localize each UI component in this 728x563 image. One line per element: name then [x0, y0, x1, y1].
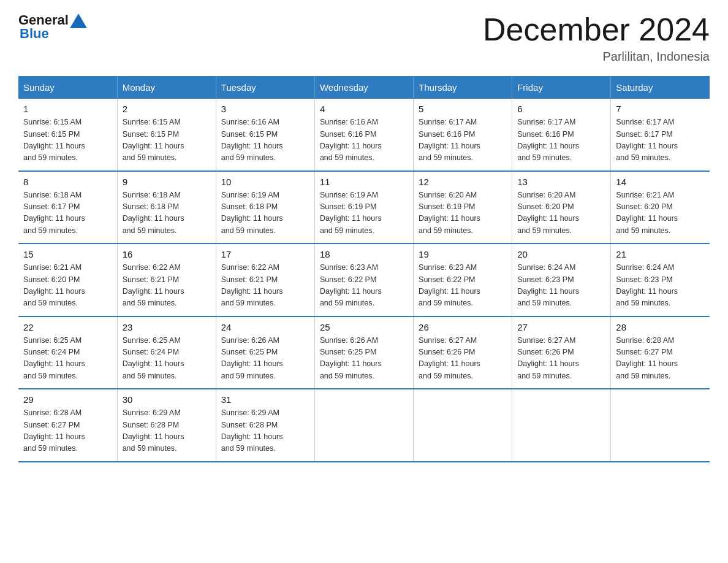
- day-info: Sunrise: 6:26 AMSunset: 6:25 PMDaylight:…: [320, 335, 408, 383]
- day-cell-21: 21Sunrise: 6:24 AMSunset: 6:23 PMDayligh…: [611, 243, 710, 316]
- day-cell-18: 18Sunrise: 6:23 AMSunset: 6:22 PMDayligh…: [314, 243, 413, 316]
- day-number: 8: [23, 177, 112, 187]
- weekday-header-friday: Friday: [512, 76, 611, 99]
- day-number: 19: [419, 249, 507, 259]
- day-number: 27: [517, 322, 605, 332]
- day-number: 6: [517, 104, 605, 114]
- day-cell-23: 23Sunrise: 6:25 AMSunset: 6:24 PMDayligh…: [117, 316, 216, 389]
- day-number: 23: [123, 322, 211, 332]
- day-cell-31: 31Sunrise: 6:29 AMSunset: 6:28 PMDayligh…: [216, 389, 314, 462]
- weekday-header-wednesday: Wednesday: [314, 76, 413, 99]
- day-number: 16: [123, 249, 211, 259]
- day-cell-8: 8Sunrise: 6:18 AMSunset: 6:17 PMDaylight…: [18, 171, 117, 244]
- day-number: 1: [23, 104, 112, 114]
- day-cell-14: 14Sunrise: 6:21 AMSunset: 6:20 PMDayligh…: [611, 171, 710, 244]
- day-info: Sunrise: 6:20 AMSunset: 6:20 PMDaylight:…: [517, 190, 605, 237]
- day-number: 11: [320, 177, 408, 187]
- month-title: December 2024: [483, 12, 710, 47]
- day-number: 2: [123, 104, 211, 114]
- day-cell-20: 20Sunrise: 6:24 AMSunset: 6:23 PMDayligh…: [512, 243, 611, 316]
- day-info: Sunrise: 6:20 AMSunset: 6:19 PMDaylight:…: [419, 190, 507, 237]
- day-cell-19: 19Sunrise: 6:23 AMSunset: 6:22 PMDayligh…: [414, 243, 512, 316]
- day-info: Sunrise: 6:16 AMSunset: 6:15 PMDaylight:…: [221, 117, 309, 164]
- day-cell-11: 11Sunrise: 6:19 AMSunset: 6:19 PMDayligh…: [314, 171, 413, 244]
- day-info: Sunrise: 6:27 AMSunset: 6:26 PMDaylight:…: [517, 335, 605, 383]
- day-info: Sunrise: 6:18 AMSunset: 6:18 PMDaylight:…: [123, 190, 211, 237]
- day-number: 31: [221, 394, 309, 405]
- day-cell-3: 3Sunrise: 6:16 AMSunset: 6:15 PMDaylight…: [216, 99, 314, 171]
- week-row-4: 22Sunrise: 6:25 AMSunset: 6:24 PMDayligh…: [18, 316, 710, 389]
- weekday-header-monday: Monday: [117, 76, 216, 99]
- title-block: December 2024 Parlilitan, Indonesia: [483, 12, 710, 64]
- day-cell-10: 10Sunrise: 6:19 AMSunset: 6:18 PMDayligh…: [216, 171, 314, 244]
- day-number: 30: [123, 394, 211, 405]
- calendar-table: SundayMondayTuesdayWednesdayThursdayFrid…: [18, 76, 710, 462]
- day-info: Sunrise: 6:27 AMSunset: 6:26 PMDaylight:…: [419, 335, 507, 383]
- empty-cell: [314, 389, 413, 462]
- day-info: Sunrise: 6:16 AMSunset: 6:16 PMDaylight:…: [320, 117, 408, 164]
- day-number: 7: [616, 104, 705, 114]
- day-number: 15: [23, 249, 112, 259]
- location-subtitle: Parlilitan, Indonesia: [483, 50, 710, 64]
- day-cell-13: 13Sunrise: 6:20 AMSunset: 6:20 PMDayligh…: [512, 171, 611, 244]
- day-number: 18: [320, 249, 408, 259]
- day-number: 4: [320, 104, 408, 114]
- weekday-header-tuesday: Tuesday: [216, 76, 314, 99]
- day-info: Sunrise: 6:17 AMSunset: 6:16 PMDaylight:…: [517, 117, 605, 164]
- day-info: Sunrise: 6:28 AMSunset: 6:27 PMDaylight:…: [616, 335, 705, 383]
- day-info: Sunrise: 6:21 AMSunset: 6:20 PMDaylight:…: [616, 190, 705, 237]
- day-cell-24: 24Sunrise: 6:26 AMSunset: 6:25 PMDayligh…: [216, 316, 314, 389]
- day-info: Sunrise: 6:29 AMSunset: 6:28 PMDaylight:…: [123, 407, 211, 455]
- day-info: Sunrise: 6:18 AMSunset: 6:17 PMDaylight:…: [23, 190, 112, 237]
- day-info: Sunrise: 6:19 AMSunset: 6:19 PMDaylight:…: [320, 190, 408, 237]
- day-number: 22: [23, 322, 112, 332]
- logo: General Blue: [18, 12, 87, 42]
- day-cell-12: 12Sunrise: 6:20 AMSunset: 6:19 PMDayligh…: [414, 171, 512, 244]
- day-info: Sunrise: 6:28 AMSunset: 6:27 PMDaylight:…: [23, 407, 112, 455]
- day-info: Sunrise: 6:15 AMSunset: 6:15 PMDaylight:…: [123, 117, 211, 164]
- day-number: 25: [320, 322, 408, 332]
- day-info: Sunrise: 6:17 AMSunset: 6:17 PMDaylight:…: [616, 117, 705, 164]
- day-cell-15: 15Sunrise: 6:21 AMSunset: 6:20 PMDayligh…: [18, 243, 117, 316]
- day-info: Sunrise: 6:26 AMSunset: 6:25 PMDaylight:…: [221, 335, 309, 383]
- day-cell-25: 25Sunrise: 6:26 AMSunset: 6:25 PMDayligh…: [314, 316, 413, 389]
- day-number: 3: [221, 104, 309, 114]
- empty-cell: [512, 389, 611, 462]
- day-number: 17: [221, 249, 309, 259]
- day-cell-26: 26Sunrise: 6:27 AMSunset: 6:26 PMDayligh…: [414, 316, 512, 389]
- page-header: General Blue December 2024 Parlilitan, I…: [18, 12, 710, 64]
- day-cell-29: 29Sunrise: 6:28 AMSunset: 6:27 PMDayligh…: [18, 389, 117, 462]
- weekday-header-thursday: Thursday: [414, 76, 512, 99]
- day-cell-30: 30Sunrise: 6:29 AMSunset: 6:28 PMDayligh…: [117, 389, 216, 462]
- weekday-header-row: SundayMondayTuesdayWednesdayThursdayFrid…: [18, 76, 710, 99]
- day-number: 28: [616, 322, 705, 332]
- day-info: Sunrise: 6:21 AMSunset: 6:20 PMDaylight:…: [23, 262, 112, 310]
- day-cell-6: 6Sunrise: 6:17 AMSunset: 6:16 PMDaylight…: [512, 99, 611, 171]
- day-info: Sunrise: 6:24 AMSunset: 6:23 PMDaylight:…: [616, 262, 705, 310]
- weekday-header-sunday: Sunday: [18, 76, 117, 99]
- day-cell-28: 28Sunrise: 6:28 AMSunset: 6:27 PMDayligh…: [611, 316, 710, 389]
- empty-cell: [611, 389, 710, 462]
- week-row-1: 1Sunrise: 6:15 AMSunset: 6:15 PMDaylight…: [18, 99, 710, 171]
- week-row-3: 15Sunrise: 6:21 AMSunset: 6:20 PMDayligh…: [18, 243, 710, 316]
- day-number: 29: [23, 394, 112, 405]
- day-cell-4: 4Sunrise: 6:16 AMSunset: 6:16 PMDaylight…: [314, 99, 413, 171]
- day-number: 10: [221, 177, 309, 187]
- day-info: Sunrise: 6:25 AMSunset: 6:24 PMDaylight:…: [123, 335, 211, 383]
- day-number: 20: [517, 249, 605, 259]
- day-info: Sunrise: 6:22 AMSunset: 6:21 PMDaylight:…: [123, 262, 211, 310]
- day-info: Sunrise: 6:24 AMSunset: 6:23 PMDaylight:…: [517, 262, 605, 310]
- svg-marker-0: [70, 13, 87, 28]
- logo-blue-text: Blue: [20, 26, 49, 42]
- day-info: Sunrise: 6:23 AMSunset: 6:22 PMDaylight:…: [419, 262, 507, 310]
- day-cell-17: 17Sunrise: 6:22 AMSunset: 6:21 PMDayligh…: [216, 243, 314, 316]
- day-info: Sunrise: 6:17 AMSunset: 6:16 PMDaylight:…: [419, 117, 507, 164]
- day-number: 13: [517, 177, 605, 187]
- day-info: Sunrise: 6:25 AMSunset: 6:24 PMDaylight:…: [23, 335, 112, 383]
- day-info: Sunrise: 6:19 AMSunset: 6:18 PMDaylight:…: [221, 190, 309, 237]
- day-cell-5: 5Sunrise: 6:17 AMSunset: 6:16 PMDaylight…: [414, 99, 512, 171]
- week-row-2: 8Sunrise: 6:18 AMSunset: 6:17 PMDaylight…: [18, 171, 710, 244]
- day-info: Sunrise: 6:29 AMSunset: 6:28 PMDaylight:…: [221, 407, 309, 455]
- day-info: Sunrise: 6:23 AMSunset: 6:22 PMDaylight:…: [320, 262, 408, 310]
- day-number: 9: [123, 177, 211, 187]
